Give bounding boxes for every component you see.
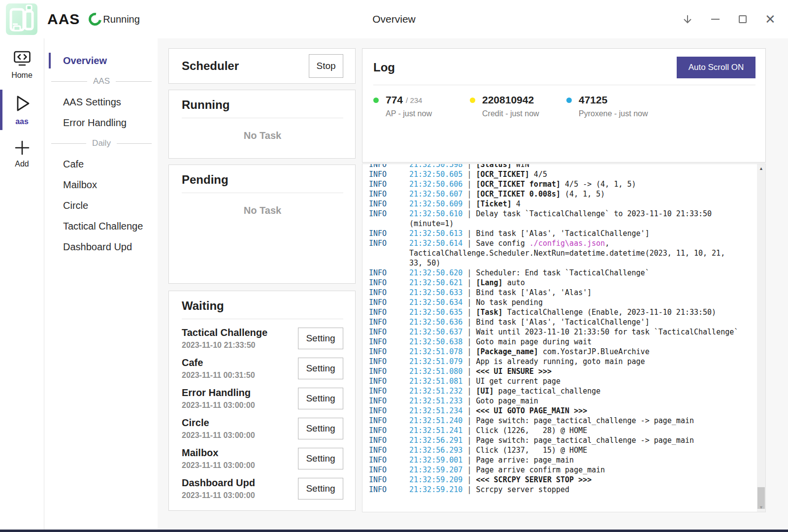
stat-dot-icon bbox=[373, 98, 379, 103]
log-level: INFO bbox=[362, 426, 409, 435]
stop-button[interactable]: Stop bbox=[309, 54, 343, 78]
log-segment: <<< SCRCPY SERVER STOP >>> bbox=[476, 475, 591, 484]
log-entry: INFO21:32:59.207 | Page arrive confirm p… bbox=[362, 465, 753, 475]
waiting-task-row: Error Handling2023-11-11 03:00:00Setting bbox=[182, 383, 343, 413]
log-segment: Scrcpy server stopped bbox=[476, 485, 569, 494]
log-message: 21:32:51.241 | Click (1226, 28) @ HOME bbox=[409, 426, 753, 435]
hide-window-button[interactable] bbox=[674, 7, 701, 32]
sidebar-item-error-handling[interactable]: Error Handling bbox=[44, 112, 158, 133]
log-level: INFO bbox=[362, 435, 409, 445]
log-message: 21:32:50.605 | [OCR_TICKET] 4/5 bbox=[409, 169, 753, 179]
log-timestamp: 21:32:50.638 bbox=[409, 337, 462, 346]
log-message: 21:32:56.291 | Page switch: page_tactica… bbox=[409, 435, 753, 445]
setting-button[interactable]: Setting bbox=[298, 448, 343, 469]
sidebar-item-dashboard-upd[interactable]: Dashboard Upd bbox=[44, 236, 158, 257]
stat-dot-icon bbox=[566, 98, 572, 103]
log-separator: | bbox=[462, 328, 476, 336]
log-separator: | bbox=[462, 456, 476, 465]
task-next-run: 2023-11-11 03:00:00 bbox=[182, 461, 255, 470]
log-entry: INFO21:32:50.620 | Scheduler: End task `… bbox=[362, 268, 753, 278]
log-entry: INFO21:32:50.636 | Bind task ['Alas', 'T… bbox=[362, 317, 753, 327]
log-timestamp: 21:32:50.605 bbox=[409, 170, 462, 179]
log-timestamp: 21:32:59.207 bbox=[409, 466, 462, 474]
log-separator: | bbox=[462, 180, 476, 189]
log-timestamp: 21:32:50.610 bbox=[409, 209, 462, 218]
waiting-title: Waiting bbox=[182, 299, 343, 319]
stat-block: 220810942Credit - just now bbox=[470, 94, 566, 118]
stat-label: Credit - just now bbox=[482, 109, 566, 118]
task-next-run: 2023-11-11 00:31:50 bbox=[182, 371, 255, 380]
log-entry: INFO21:32:56.291 | Page switch: page_tac… bbox=[362, 435, 753, 445]
log-entry: INFO21:32:50.621 | [Lang] auto bbox=[362, 278, 753, 288]
log-timestamp: 21:32:51.080 bbox=[409, 367, 462, 376]
log-segment: WIN bbox=[512, 164, 529, 169]
log-level: INFO bbox=[362, 268, 409, 278]
log-timestamp: 21:32:51.081 bbox=[409, 377, 462, 386]
stat-value: 47125 bbox=[579, 94, 607, 106]
log-separator: | bbox=[462, 170, 476, 179]
log-timestamp: 21:32:50.598 bbox=[409, 164, 462, 169]
rail-item-aas[interactable]: aas bbox=[0, 94, 44, 126]
log-viewer[interactable]: INFO21:32:50.598 | [Status] WININFO21:32… bbox=[362, 164, 766, 512]
sidebar-item-overview[interactable]: Overview bbox=[44, 50, 158, 71]
main-content: Scheduler Stop Running No Task Pending N… bbox=[158, 38, 788, 530]
log-timestamp: 21:32:59.209 bbox=[409, 475, 462, 484]
log-message: 21:32:59.209 | <<< SCRCPY SERVER STOP >>… bbox=[409, 475, 753, 485]
log-segment: [Lang] bbox=[476, 278, 502, 287]
log-segment: <<< UI GOTO PAGE_MAIN >>> bbox=[476, 406, 587, 415]
maximize-button[interactable] bbox=[729, 7, 756, 32]
log-segment: TacticalChallenge (Enable, 2023-11-10 21… bbox=[503, 308, 716, 317]
sidebar-section-daily: Daily bbox=[44, 133, 158, 154]
stat-label: Pyroxene - just now bbox=[579, 109, 663, 118]
sidebar-item-aas-settings[interactable]: AAS Settings bbox=[44, 92, 158, 112]
setting-button[interactable]: Setting bbox=[298, 358, 343, 379]
pending-card: Pending No Task bbox=[168, 165, 356, 284]
sidebar-item-cafe[interactable]: Cafe bbox=[44, 154, 158, 174]
log-message: 21:32:50.614 | Save config ./config\aas.… bbox=[409, 238, 753, 268]
maximize-icon bbox=[739, 15, 747, 23]
pending-title: Pending bbox=[182, 173, 343, 193]
log-entry: INFO21:32:50.609 | [Ticket] 4 bbox=[362, 199, 753, 209]
log-segment: page_tactical_challenge bbox=[494, 387, 601, 396]
log-message: 21:32:50.636 | Bind task ['Alas', 'Tacti… bbox=[409, 317, 753, 327]
log-scrollbar[interactable]: ▲ ▼ bbox=[757, 164, 765, 512]
log-level: INFO bbox=[362, 307, 409, 317]
log-message: 21:32:51.232 | [UI] page_tactical_challe… bbox=[409, 386, 753, 396]
minimize-button[interactable] bbox=[701, 7, 729, 32]
sidebar-item-circle[interactable]: Circle bbox=[44, 195, 158, 216]
log-entry: INFO21:32:50.638 | Goto main page during… bbox=[362, 337, 753, 347]
log-timestamp: 21:32:51.234 bbox=[409, 406, 462, 415]
setting-button[interactable]: Setting bbox=[298, 418, 343, 439]
task-name: Cafe bbox=[182, 357, 255, 368]
scrollbar-down-icon[interactable]: ▼ bbox=[757, 503, 765, 511]
setting-button[interactable]: Setting bbox=[298, 388, 343, 409]
log-separator: | bbox=[462, 200, 476, 208]
rail-item-add[interactable]: Add bbox=[0, 140, 44, 168]
log-entry: INFO21:32:59.209 | <<< SCRCPY SERVER STO… bbox=[362, 475, 753, 485]
log-message: 21:32:59.001 | Page arrive: page_main bbox=[409, 455, 753, 465]
log-timestamp: 21:32:50.621 bbox=[409, 278, 462, 287]
task-name: Tactical Challenge bbox=[182, 327, 267, 338]
stat-top: 47125 bbox=[566, 94, 663, 106]
setting-button[interactable]: Setting bbox=[298, 478, 343, 499]
log-separator: | bbox=[462, 377, 476, 386]
log-level: INFO bbox=[362, 288, 409, 298]
log-segment: [UI] bbox=[476, 387, 493, 396]
scrollbar-up-icon[interactable]: ▲ bbox=[757, 165, 765, 172]
auto-scroll-toggle[interactable]: Auto Scroll ON bbox=[677, 57, 755, 78]
log-segment: No task pending bbox=[476, 298, 542, 307]
running-spinner-icon bbox=[86, 10, 104, 28]
setting-button[interactable]: Setting bbox=[298, 328, 343, 349]
log-entry: INFO21:32:50.598 | [Status] WIN bbox=[362, 164, 753, 169]
rail-item-home[interactable]: Home bbox=[0, 50, 44, 80]
log-level: INFO bbox=[362, 386, 409, 396]
sidebar-item-tactical-challenge[interactable]: Tactical Challenge bbox=[44, 216, 158, 236]
log-level: INFO bbox=[362, 317, 409, 327]
scheduler-card: Scheduler Stop bbox=[168, 48, 356, 84]
sidebar-section-aas: AAS bbox=[44, 71, 158, 92]
app-logo-icon bbox=[6, 3, 37, 35]
sidebar-item-mailbox[interactable]: Mailbox bbox=[44, 174, 158, 195]
log-separator: | bbox=[462, 446, 476, 455]
close-button[interactable]: ✕ bbox=[756, 7, 784, 32]
log-segment: UI get current page bbox=[476, 377, 560, 386]
